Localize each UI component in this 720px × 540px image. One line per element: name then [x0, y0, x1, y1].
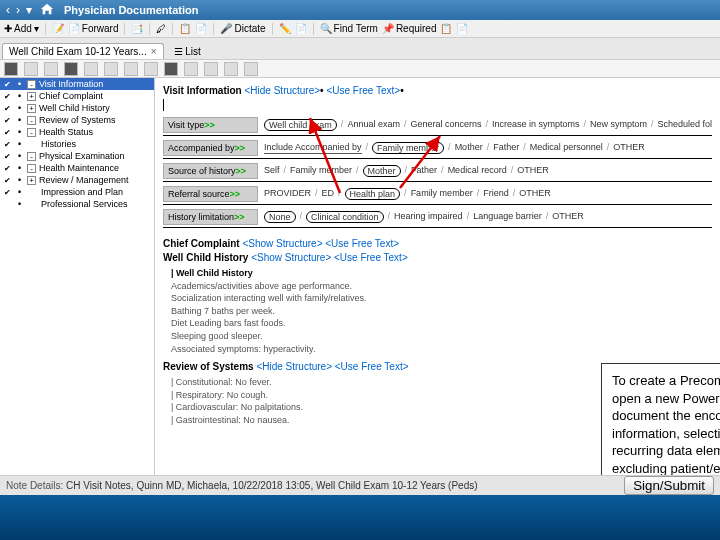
forward-button[interactable]: › — [16, 3, 20, 17]
field-label[interactable]: Referral source>> — [163, 186, 258, 202]
edit-icon-11[interactable] — [204, 62, 218, 76]
hide-structure-link[interactable]: <Hide Structure> — [256, 361, 332, 372]
sign-submit-button[interactable]: Sign/Submit — [624, 476, 714, 495]
edit-icon-5[interactable] — [84, 62, 98, 76]
expand-icon[interactable]: - — [27, 152, 36, 161]
sidebar-item[interactable]: •Professional Services — [0, 198, 154, 210]
submit-icon[interactable]: 📝 — [52, 23, 64, 34]
tool-icon-6[interactable]: 📄 — [295, 23, 307, 34]
sidebar-item[interactable]: ✔•-Health Maintenance — [0, 162, 154, 174]
tab-bar: Well Child Exam 10-12 Years... × ☰ List — [0, 38, 720, 60]
field-row: Accompanied by>>Include Accompanied by/F… — [163, 138, 712, 159]
sidebar-item[interactable]: ✔•+Review / Management — [0, 174, 154, 186]
field-option[interactable]: Medical record — [448, 165, 507, 177]
add-button[interactable]: ✚ Add ▾ — [4, 23, 39, 34]
edit-icon-13[interactable] — [244, 62, 258, 76]
tool-icon-3[interactable]: 📋 — [179, 23, 191, 34]
sidebar-item[interactable]: ✔•Impression and Plan — [0, 186, 154, 198]
edit-icon-3[interactable] — [44, 62, 58, 76]
sidebar-item[interactable]: ✔•-Review of Systems — [0, 114, 154, 126]
expand-icon[interactable]: - — [27, 80, 36, 89]
field-option[interactable]: Medical personnel — [530, 142, 603, 154]
forward-action[interactable]: 📄 Forward — [68, 23, 119, 34]
hide-structure-link[interactable]: <Hide Structure> — [245, 85, 321, 96]
field-label[interactable]: Source of history>> — [163, 163, 258, 179]
app-title: Physician Documentation — [64, 4, 198, 16]
field-option[interactable]: OTHER — [519, 188, 551, 200]
field-option[interactable]: Clinical condition — [306, 211, 384, 223]
sidebar-item[interactable]: ✔•-Health Status — [0, 126, 154, 138]
edit-icon-1[interactable] — [4, 62, 18, 76]
field-option[interactable]: Scheduled follow-up — [658, 119, 712, 131]
field-label[interactable]: Accompanied by>> — [163, 140, 258, 156]
field-option[interactable]: Well child exam — [264, 119, 337, 131]
tool-icon-4[interactable]: 📄 — [195, 23, 207, 34]
expand-icon[interactable]: + — [27, 92, 36, 101]
expand-icon[interactable]: + — [27, 176, 36, 185]
check-icon: ✔ — [3, 164, 12, 173]
edit-icon-6[interactable] — [104, 62, 118, 76]
sidebar-item[interactable]: ✔•+Well Child History — [0, 102, 154, 114]
field-option[interactable]: OTHER — [552, 211, 584, 223]
tool-icon-7[interactable]: 📋 — [440, 23, 452, 34]
edit-icon-8[interactable] — [144, 62, 158, 76]
use-free-text-link[interactable]: <Use Free Text> — [326, 85, 400, 96]
field-option[interactable]: Annual exam — [347, 119, 400, 131]
required-button[interactable]: 📌 Required — [382, 23, 437, 34]
expand-icon[interactable]: + — [27, 104, 36, 113]
edit-icon-12[interactable] — [224, 62, 238, 76]
list-button[interactable]: ☰ List — [168, 44, 207, 59]
edit-icon-2[interactable] — [24, 62, 38, 76]
field-option[interactable]: Family member — [372, 142, 444, 154]
find-term-button[interactable]: 🔍 Find Term — [320, 23, 378, 34]
use-free-text-link[interactable]: <Use Free Text> — [335, 361, 409, 372]
field-option[interactable]: Mother — [455, 142, 483, 154]
expand-icon[interactable]: - — [27, 164, 36, 173]
field-option[interactable]: New symptom — [590, 119, 647, 131]
show-structure-link[interactable]: <Show Structure> — [251, 252, 331, 263]
show-structure-link[interactable]: <Show Structure> — [242, 238, 322, 249]
field-option[interactable]: Hearing impaired — [394, 211, 463, 223]
sidebar-item[interactable]: ✔•+Chief Complaint — [0, 90, 154, 102]
home-icon[interactable] — [40, 2, 54, 18]
field-option[interactable]: Friend — [483, 188, 509, 200]
field-option[interactable]: Language barrier — [473, 211, 542, 223]
edit-icon-4[interactable] — [64, 62, 78, 76]
field-option[interactable]: General concerns — [410, 119, 481, 131]
tool-icon-2[interactable]: 🖊 — [156, 23, 166, 34]
field-option[interactable]: Health plan — [345, 188, 401, 200]
field-option[interactable]: Family member — [411, 188, 473, 200]
recent-dropdown[interactable]: ▾ — [26, 3, 32, 17]
field-option[interactable]: Father — [493, 142, 519, 154]
edit-icon-7[interactable] — [124, 62, 138, 76]
tool-icon-1[interactable]: 📑 — [131, 23, 143, 34]
use-free-text-link[interactable]: <Use Free Text> — [325, 238, 399, 249]
sidebar-item[interactable]: ✔•-Visit Information — [0, 78, 154, 90]
expand-icon[interactable]: - — [27, 128, 36, 137]
tool-icon-5[interactable]: ✏️ — [279, 23, 291, 34]
field-option[interactable]: Mother — [363, 165, 401, 177]
field-option[interactable]: Increase in symptoms — [492, 119, 580, 131]
field-option[interactable]: None — [264, 211, 296, 223]
field-option[interactable]: OTHER — [517, 165, 549, 177]
field-option[interactable]: Father — [411, 165, 437, 177]
edit-icon-10[interactable] — [184, 62, 198, 76]
field-option[interactable]: Family member — [290, 165, 352, 177]
document-tab[interactable]: Well Child Exam 10-12 Years... × — [2, 43, 164, 59]
field-option[interactable]: Include Accompanied by — [264, 142, 362, 154]
back-button[interactable]: ‹ — [6, 3, 10, 17]
sidebar-item[interactable]: ✔•Histories — [0, 138, 154, 150]
field-label[interactable]: Visit type>> — [163, 117, 258, 133]
field-option[interactable]: PROVIDER — [264, 188, 311, 200]
field-option[interactable]: Self — [264, 165, 280, 177]
close-tab-icon[interactable]: × — [151, 46, 157, 57]
sidebar-item[interactable]: ✔•-Physical Examination — [0, 150, 154, 162]
expand-icon[interactable]: - — [27, 116, 36, 125]
tool-icon-8[interactable]: 📄 — [456, 23, 468, 34]
edit-icon-9[interactable] — [164, 62, 178, 76]
field-option[interactable]: ED — [322, 188, 335, 200]
field-option[interactable]: OTHER — [613, 142, 645, 154]
use-free-text-link[interactable]: <Use Free Text> — [334, 252, 408, 263]
field-label[interactable]: History limitation>> — [163, 209, 258, 225]
dictate-button[interactable]: 🎤 Dictate — [220, 23, 265, 34]
